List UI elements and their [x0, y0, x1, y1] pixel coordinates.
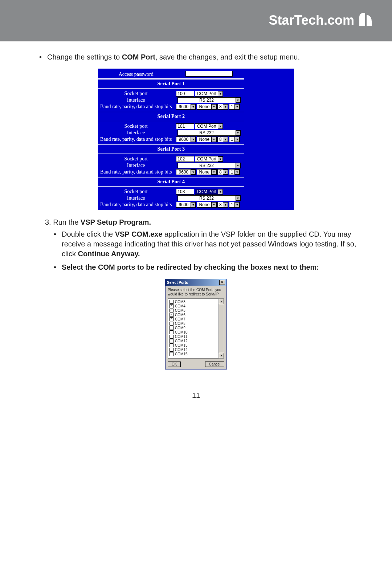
interface-label: Interface — [98, 97, 174, 103]
checkbox[interactable] — [170, 339, 173, 343]
chevron-down-icon: ▼ — [234, 104, 240, 109]
brand: StarTech.com — [269, 11, 392, 30]
scroll-up-icon[interactable]: ▲ — [219, 299, 224, 304]
port-checkbox-row[interactable]: ✓ COM4 — [170, 304, 224, 308]
mode-select[interactable]: COM Port▼ — [195, 91, 223, 97]
chevron-down-icon: ▼ — [191, 104, 196, 109]
port-checkbox-row[interactable]: ✓ COM6 — [170, 313, 224, 317]
interface-select[interactable]: RS 232▼ — [177, 97, 241, 103]
baud-label: Baud rate, parity, data and stop bits — [98, 136, 174, 145]
ok-button[interactable]: OK — [168, 362, 181, 367]
databits-select[interactable]: 8▼ — [217, 136, 228, 142]
stopbits-select[interactable]: 1▼ — [229, 104, 240, 110]
baud-label: Baud rate, parity, data and stop bits — [98, 201, 174, 210]
checkbox[interactable]: ✓ — [170, 304, 173, 308]
chevron-down-icon: ▼ — [223, 137, 228, 142]
checkbox[interactable] — [170, 322, 173, 326]
interface-select[interactable]: RS 232▼ — [177, 130, 241, 136]
access-password-label: Access password — [98, 69, 174, 79]
databits-select[interactable]: 8▼ — [217, 104, 228, 110]
scroll-down-icon[interactable]: ▼ — [219, 353, 224, 358]
mode-select[interactable]: COM Port▼ — [195, 189, 223, 195]
port-label: COM14 — [175, 348, 187, 352]
close-icon[interactable]: ✕ — [219, 280, 225, 285]
access-password-input[interactable] — [185, 71, 233, 77]
databits-select[interactable]: 8▼ — [217, 169, 228, 175]
port-checkbox-row[interactable]: ✓ COM7 — [170, 317, 224, 321]
checkbox[interactable] — [170, 348, 173, 352]
chevron-down-icon: ▼ — [211, 170, 216, 175]
baud-select[interactable]: 9600▼ — [176, 104, 196, 110]
chevron-down-icon: ▼ — [234, 202, 240, 207]
baud-select[interactable]: 9600▼ — [176, 169, 196, 175]
checkbox[interactable] — [170, 343, 173, 347]
port-label: COM12 — [175, 339, 187, 343]
checkbox[interactable] — [170, 352, 173, 356]
select-ports-dialog: Select Ports ✕ Please select the COM Por… — [165, 279, 227, 369]
port-label: COM6 — [175, 313, 185, 317]
ports-listbox[interactable]: COM3 ✓ COM4 ✓ COM5 ✓ COM6 ✓ COM7 COM8 CO… — [168, 298, 224, 359]
checkbox[interactable] — [170, 326, 173, 330]
section-header: Serial Port 3 — [98, 145, 244, 154]
port-checkbox-row[interactable]: ✓ COM5 — [170, 308, 224, 313]
port-label: COM13 — [175, 343, 187, 347]
interface-label: Interface — [98, 162, 174, 169]
chevron-down-icon: ▼ — [218, 91, 223, 96]
chevron-down-icon: ▼ — [234, 137, 240, 142]
port-checkbox-row[interactable]: COM13 — [170, 343, 224, 347]
chevron-down-icon: ▼ — [211, 202, 216, 207]
checkbox[interactable]: ✓ — [170, 309, 173, 313]
mode-select[interactable]: COM Port▼ — [195, 123, 223, 129]
checkbox[interactable] — [170, 335, 173, 339]
port-checkbox-row[interactable]: COM9 — [170, 326, 224, 330]
checkbox[interactable] — [170, 330, 173, 334]
checkbox[interactable]: ✓ — [170, 313, 173, 317]
databits-select[interactable]: 8▼ — [217, 202, 228, 208]
chevron-down-icon: ▼ — [211, 104, 216, 109]
port-label: COM5 — [175, 309, 185, 313]
section-header: Serial Port 1 — [98, 79, 244, 89]
chevron-down-icon: ▼ — [218, 156, 223, 162]
port-checkbox-row[interactable]: COM15 — [170, 352, 224, 356]
socket-port-input[interactable]: 102 — [176, 156, 194, 162]
socket-port-input[interactable]: 103 — [176, 189, 194, 195]
baud-select[interactable]: 9600▼ — [176, 136, 196, 142]
interface-select[interactable]: RS 232▼ — [177, 195, 241, 201]
parity-select[interactable]: None▼ — [197, 136, 217, 142]
step-3: 3. Run the VSP Setup Program. — [45, 218, 359, 226]
chevron-down-icon: ▼ — [211, 137, 216, 142]
port-label: COM8 — [175, 322, 185, 326]
interface-select[interactable]: RS 232▼ — [177, 163, 241, 168]
socket-port-input[interactable]: 101 — [176, 123, 194, 129]
dialog-titlebar[interactable]: Select Ports ✕ — [166, 279, 226, 286]
checkbox[interactable]: ✓ — [170, 317, 173, 321]
checkbox[interactable] — [170, 300, 173, 304]
port-checkbox-row[interactable]: COM11 — [170, 334, 224, 339]
stopbits-select[interactable]: 1▼ — [229, 136, 240, 142]
bullet-change-settings: Change the settings to COM Port, save th… — [47, 52, 359, 62]
port-checkbox-row[interactable]: COM14 — [170, 347, 224, 352]
port-label: COM10 — [175, 330, 187, 334]
stopbits-select[interactable]: 1▼ — [229, 202, 240, 208]
stopbits-select[interactable]: 1▼ — [229, 169, 240, 175]
mode-select[interactable]: COM Port▼ — [195, 156, 223, 162]
socket-port-input[interactable]: 100 — [176, 91, 194, 97]
port-label: COM15 — [175, 352, 187, 356]
parity-select[interactable]: None▼ — [197, 104, 217, 110]
config-screenshot: Access password Serial Port 1 Socket por… — [98, 69, 294, 210]
baud-select[interactable]: 9600▼ — [176, 202, 196, 208]
port-checkbox-row[interactable]: COM10 — [170, 330, 224, 334]
port-checkbox-row[interactable]: COM12 — [170, 339, 224, 343]
dialog-instruction: Please select the COM Ports you would li… — [168, 288, 224, 296]
chevron-down-icon: ▼ — [191, 202, 196, 207]
scrollbar[interactable]: ▲ ▼ — [219, 299, 224, 358]
cancel-button[interactable]: Cancel — [205, 362, 224, 367]
interface-label: Interface — [98, 130, 174, 136]
parity-select[interactable]: None▼ — [197, 169, 217, 175]
chevron-down-icon: ▼ — [218, 189, 223, 194]
port-checkbox-row[interactable]: COM8 — [170, 321, 224, 326]
section-header: Serial Port 4 — [98, 177, 244, 187]
parity-select[interactable]: None▼ — [197, 202, 217, 208]
port-checkbox-row[interactable]: COM3 — [170, 299, 224, 304]
socket-port-label: Socket port — [98, 187, 174, 195]
